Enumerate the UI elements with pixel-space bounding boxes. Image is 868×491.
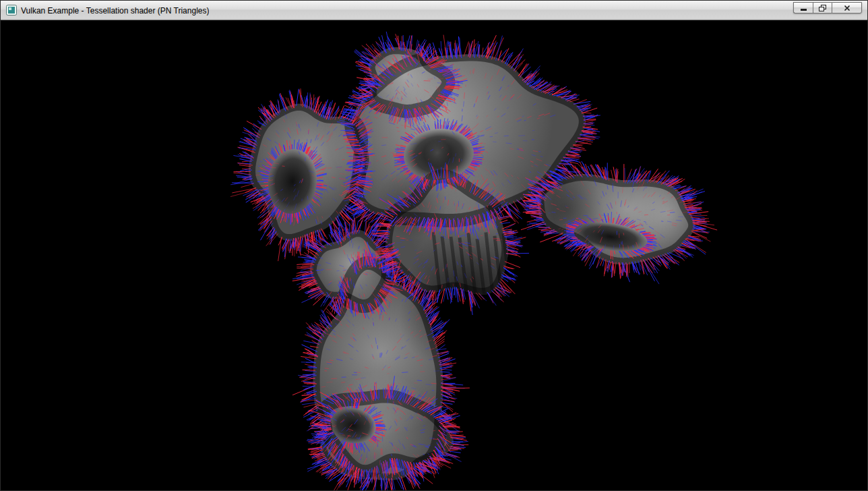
app-icon[interactable] xyxy=(6,5,17,16)
render-canvas[interactable] xyxy=(1,20,868,491)
minimize-icon xyxy=(800,5,807,11)
close-icon xyxy=(844,5,850,11)
maximize-button[interactable] xyxy=(813,2,832,13)
caption-buttons xyxy=(793,2,862,13)
vulkan-app-icon xyxy=(6,5,17,16)
window-title: Vulkan Example - Tessellation shader (PN… xyxy=(21,5,209,16)
app-window: Vulkan Example - Tessellation shader (PN… xyxy=(0,0,868,491)
minimize-button[interactable] xyxy=(793,2,813,13)
titlebar[interactable]: Vulkan Example - Tessellation shader (PN… xyxy=(1,1,867,20)
close-button[interactable] xyxy=(832,2,862,13)
maximize-icon xyxy=(819,5,826,11)
render-viewport[interactable] xyxy=(1,20,867,490)
